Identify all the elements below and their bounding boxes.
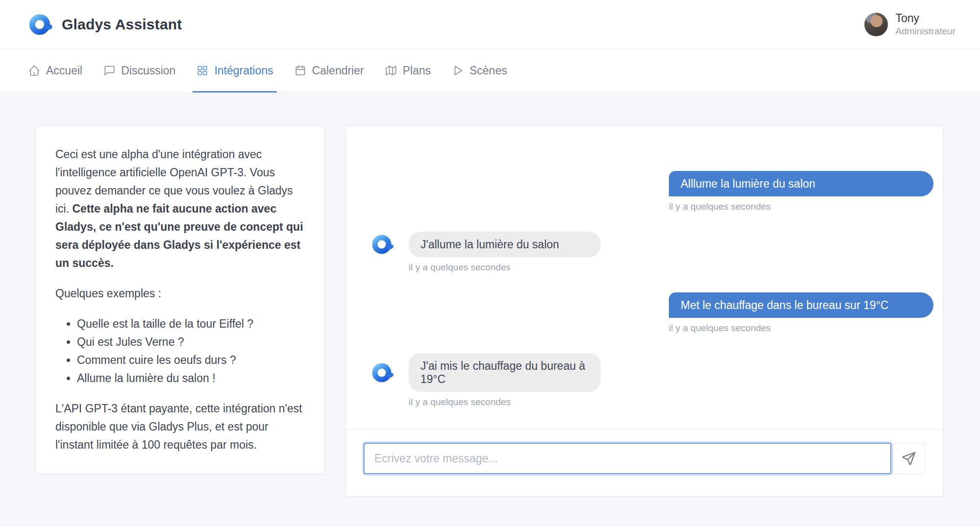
page-content: Ceci est une alpha d'une intégration ave… xyxy=(0,93,980,497)
gladys-avatar-icon xyxy=(370,233,394,256)
nav-label: Discussion xyxy=(121,64,175,77)
message-timestamp: il y a quelques secondes xyxy=(669,322,933,334)
nav-label: Calendrier xyxy=(312,64,364,77)
avatar[interactable] xyxy=(864,13,888,36)
chat-message-assistant: J'ai mis le chauffage du bureau à 19°C i… xyxy=(370,353,933,407)
nav-item-integrations[interactable]: Intégrations xyxy=(186,49,283,92)
message-bubble: Met le chauffage dans le bureau sur 19°C xyxy=(669,292,933,318)
chat-message-assistant: J'allume la lumière du salon il y a quel… xyxy=(370,232,933,273)
chat-message-user: Met le chauffage dans le bureau sur 19°C… xyxy=(370,292,933,334)
nav-item-calendrier[interactable]: Calendrier xyxy=(284,49,374,92)
list-item: Allume la lumière du salon ! xyxy=(77,369,305,387)
nav-item-discussion[interactable]: Discussion xyxy=(93,49,186,92)
main-nav: Accueil Discussion Intégrations Calendri… xyxy=(0,49,980,93)
user-menu[interactable]: Tony Administrateur xyxy=(864,11,956,37)
message-timestamp: il y a quelques secondes xyxy=(409,262,933,273)
intro-paragraph: Ceci est une alpha d'une intégration ave… xyxy=(55,145,305,272)
message-bubble: J'ai mis le chauffage du bureau à 19°C xyxy=(409,353,601,392)
message-bubble: J'allume la lumière du salon xyxy=(409,232,601,257)
intro-paragraph-bold: Cette alpha ne fait aucune action avec G… xyxy=(55,202,303,269)
examples-title: Quelques exemples : xyxy=(55,285,305,303)
nav-item-plans[interactable]: Plans xyxy=(374,49,441,92)
nav-label: Plans xyxy=(403,64,431,77)
map-icon xyxy=(385,64,397,77)
message-icon xyxy=(103,64,116,77)
message-bubble: Alllume la lumière du salon xyxy=(669,171,933,196)
nav-label: Accueil xyxy=(46,64,82,77)
list-item: Quelle est la taille de la tour Eiffel ? xyxy=(77,315,305,333)
chat-footer xyxy=(346,430,943,496)
nav-item-scenes[interactable]: Scènes xyxy=(441,49,517,92)
calendar-icon xyxy=(294,64,307,77)
app-title: Gladys Assistant xyxy=(62,16,182,33)
grid-icon xyxy=(196,64,209,77)
list-item: Comment cuire les oeufs durs ? xyxy=(77,351,305,369)
message-timestamp: il y a quelques secondes xyxy=(669,201,933,212)
user-role: Administrateur xyxy=(896,25,956,37)
send-icon xyxy=(901,451,917,466)
message-input[interactable] xyxy=(364,443,891,474)
gladys-avatar-icon xyxy=(370,361,394,384)
home-icon xyxy=(28,64,41,77)
user-name: Tony xyxy=(896,11,956,25)
send-button[interactable] xyxy=(893,443,925,474)
integration-info-card: Ceci est une alpha d'une intégration ave… xyxy=(35,125,325,474)
api-limit-paragraph: L'API GPT-3 étant payante, cette intégra… xyxy=(55,400,305,454)
chat-card: Alllume la lumière du salon il y a quelq… xyxy=(345,125,943,497)
gladys-logo-icon xyxy=(27,12,53,37)
nav-item-accueil[interactable]: Accueil xyxy=(18,49,93,92)
chat-messages: Alllume la lumière du salon il y a quelq… xyxy=(346,126,943,430)
message-timestamp: il y a quelques secondes xyxy=(409,396,933,407)
nav-label: Intégrations xyxy=(214,64,273,77)
brand[interactable]: Gladys Assistant xyxy=(27,12,182,37)
play-icon xyxy=(451,64,464,77)
nav-label: Scènes xyxy=(469,64,507,77)
chat-message-user: Alllume la lumière du salon il y a quelq… xyxy=(370,171,933,212)
app-header: Gladys Assistant Tony Administrateur xyxy=(0,0,980,49)
list-item: Qui est Jules Verne ? xyxy=(77,333,305,351)
examples-list: Quelle est la taille de la tour Eiffel ?… xyxy=(55,315,305,387)
